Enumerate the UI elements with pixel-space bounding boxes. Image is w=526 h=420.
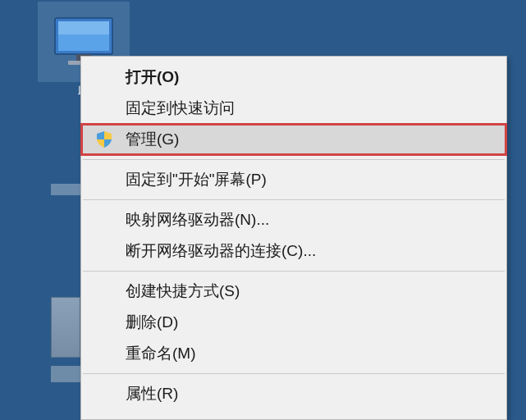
- menu-item-label: 固定到"开始"屏幕(P): [126, 169, 267, 190]
- svg-rect-2: [58, 21, 109, 34]
- menu-item-label: 删除(D): [126, 312, 178, 333]
- menu-item-rename[interactable]: 重命名(M): [81, 338, 506, 369]
- menu-separator: [83, 199, 505, 200]
- menu-item-label: 重命名(M): [126, 343, 195, 364]
- menu-separator: [83, 159, 505, 160]
- menu-item-open[interactable]: 打开(O): [81, 62, 506, 93]
- shield-icon: [94, 130, 114, 149]
- menu-item-manage[interactable]: 管理(G): [81, 124, 506, 155]
- menu-item-pin-start[interactable]: 固定到"开始"屏幕(P): [81, 164, 506, 195]
- context-menu: 打开(O) 固定到快速访问 管理(G) 固定到"开始"屏幕(P) 映射网络驱动器…: [80, 56, 507, 420]
- menu-separator: [83, 373, 505, 374]
- menu-item-delete[interactable]: 删除(D): [81, 307, 506, 338]
- menu-item-label: 创建快捷方式(S): [126, 281, 240, 302]
- menu-item-label: 属性(R): [126, 383, 178, 404]
- menu-item-label: 映射网络驱动器(N)...: [126, 209, 269, 231]
- menu-item-pin-quick-access[interactable]: 固定到快速访问: [81, 93, 506, 124]
- menu-item-disconnect-network-drive[interactable]: 断开网络驱动器的连接(C)...: [81, 235, 506, 267]
- menu-item-create-shortcut[interactable]: 创建快捷方式(S): [81, 276, 506, 307]
- menu-item-label: 打开(O): [126, 66, 179, 88]
- menu-item-label: 管理(G): [126, 129, 179, 150]
- menu-item-properties[interactable]: 属性(R): [81, 378, 506, 409]
- background-partial-icon: [51, 184, 80, 195]
- menu-item-label: 断开网络驱动器的连接(C)...: [126, 240, 316, 262]
- menu-separator: [83, 271, 505, 272]
- background-partial-icon: [51, 297, 80, 358]
- menu-item-map-network-drive[interactable]: 映射网络驱动器(N)...: [81, 204, 506, 235]
- background-partial-icon: [51, 366, 80, 382]
- menu-item-label: 固定到快速访问: [126, 98, 235, 119]
